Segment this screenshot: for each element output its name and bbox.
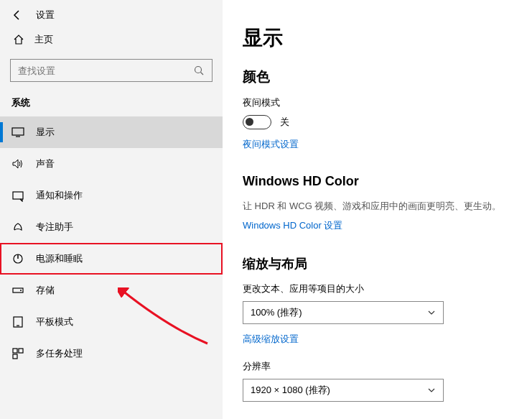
hdcolor-settings-link[interactable]: Windows HD Color 设置 (243, 219, 342, 232)
content-panel: 显示 颜色 夜间模式 关 夜间模式设置 Windows HD Color 让 H… (223, 0, 532, 419)
category-label: 系统 (0, 92, 223, 116)
svg-rect-13 (13, 354, 17, 359)
svg-rect-4 (13, 192, 23, 199)
night-mode-toggle[interactable] (243, 115, 271, 129)
hdcolor-description: 让 HDR 和 WCG 视频、游戏和应用中的画面更明亮、更生动。 (243, 199, 513, 213)
resolution-dropdown[interactable]: 1920 × 1080 (推荐) (243, 379, 444, 402)
svg-point-0 (195, 67, 202, 73)
nav-item-multitask[interactable]: 多任务处理 (0, 338, 223, 369)
search-box[interactable] (10, 59, 213, 82)
nav-label: 存储 (36, 284, 55, 297)
titlebar: 设置 (0, 0, 223, 27)
page-title: 显示 (243, 24, 513, 52)
notifications-icon (11, 189, 24, 202)
resolution-label: 分辨率 (243, 360, 513, 373)
chevron-down-icon (427, 308, 436, 317)
scale-label: 更改文本、应用等项目的大小 (243, 282, 513, 295)
night-mode-settings-link[interactable]: 夜间模式设置 (243, 138, 299, 151)
home-nav[interactable]: 主页 (0, 27, 223, 55)
power-icon (11, 252, 24, 265)
nav-label: 电源和睡眠 (36, 252, 83, 265)
night-mode-label: 夜间模式 (243, 96, 513, 109)
section-color: 颜色 (243, 68, 513, 86)
section-scale: 缩放与布局 (243, 255, 513, 272)
svg-rect-11 (13, 349, 17, 353)
scale-value: 100% (推荐) (251, 306, 302, 319)
nav-item-storage[interactable]: 存储 (0, 275, 223, 306)
svg-line-1 (201, 73, 204, 75)
night-mode-toggle-row: 关 (243, 115, 513, 129)
home-label: 主页 (34, 33, 53, 46)
advanced-scale-link[interactable]: 高级缩放设置 (243, 333, 299, 346)
svg-rect-12 (19, 349, 23, 353)
multitask-icon (11, 347, 24, 360)
nav-label: 多任务处理 (36, 347, 83, 360)
section-hdcolor: Windows HD Color (243, 174, 513, 189)
tablet-icon (11, 316, 24, 328)
scale-dropdown[interactable]: 100% (推荐) (243, 301, 444, 324)
back-icon[interactable] (11, 9, 23, 21)
app-title: 设置 (36, 9, 55, 22)
nav-item-power[interactable]: 电源和睡眠 (0, 243, 223, 275)
sound-icon (11, 157, 24, 170)
nav-item-sound[interactable]: 声音 (0, 148, 223, 180)
nav-label: 通知和操作 (36, 189, 83, 202)
nav-item-tablet[interactable]: 平板模式 (0, 306, 223, 338)
home-icon (13, 34, 24, 45)
search-input[interactable] (18, 65, 193, 76)
storage-icon (11, 284, 24, 297)
nav-label: 平板模式 (36, 316, 73, 328)
sidebar: 设置 主页 系统 显示 声音 通知和操作 专注助手 (0, 0, 223, 419)
nav-label: 专注助手 (36, 221, 73, 234)
nav-label: 声音 (36, 157, 55, 170)
nav-label: 显示 (36, 126, 55, 139)
chevron-down-icon (427, 386, 436, 395)
display-icon (11, 126, 24, 139)
search-icon (193, 65, 205, 76)
night-mode-state: 关 (280, 116, 289, 129)
nav-item-focus[interactable]: 专注助手 (0, 211, 223, 243)
focus-icon (11, 221, 24, 234)
svg-rect-2 (12, 128, 24, 135)
nav-item-display[interactable]: 显示 (0, 116, 223, 148)
resolution-value: 1920 × 1080 (推荐) (251, 384, 330, 397)
svg-point-8 (20, 290, 22, 291)
nav-item-notifications[interactable]: 通知和操作 (0, 180, 223, 211)
